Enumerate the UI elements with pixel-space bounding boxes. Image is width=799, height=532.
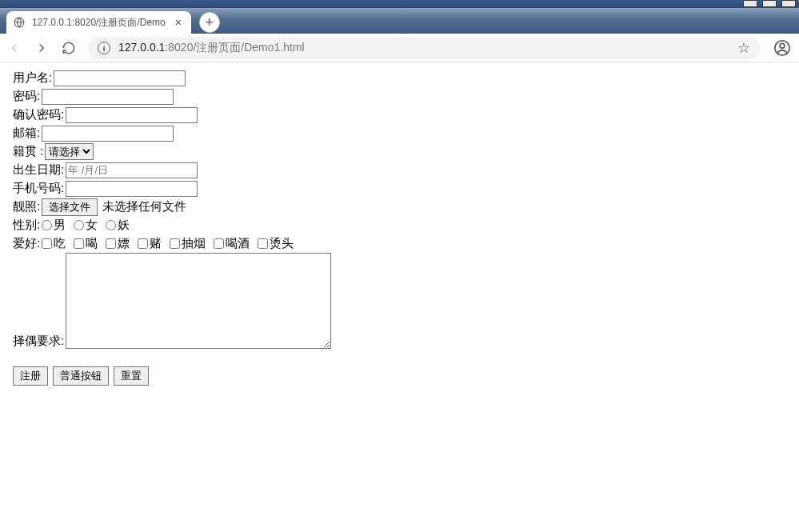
hobby-option-label: 喝 xyxy=(86,236,98,251)
hobby-checkbox[interactable] xyxy=(74,238,84,249)
hobby-option: 嫖 xyxy=(106,236,130,251)
window-maximize-button[interactable] xyxy=(762,0,777,7)
hobby-option-label: 赌 xyxy=(150,236,162,251)
address-bar[interactable]: i 127.0.0.1:8020/注册页面/Demo1.html ☆ xyxy=(88,37,761,59)
birth-label: 出生日期: xyxy=(13,162,64,178)
gender-option-label: 男 xyxy=(54,218,66,233)
phone-input[interactable] xyxy=(66,181,198,197)
password-input[interactable] xyxy=(42,89,174,105)
gender-option-label: 妖 xyxy=(118,218,130,233)
password-label: 密码: xyxy=(13,89,40,104)
svg-point-2 xyxy=(780,43,785,48)
tab-close-icon[interactable]: × xyxy=(172,16,185,29)
back-button[interactable] xyxy=(6,40,22,56)
forward-button[interactable] xyxy=(34,40,50,56)
hobby-option-label: 嫖 xyxy=(118,236,130,251)
hobby-option: 烫头 xyxy=(258,236,294,251)
hobby-option-label: 吃 xyxy=(54,236,66,251)
reset-button[interactable]: 重置 xyxy=(114,366,149,386)
file-status-text: 未选择任何文件 xyxy=(102,199,186,214)
origin-select[interactable]: 请选择 xyxy=(45,143,94,160)
normal-button[interactable]: 普通按钮 xyxy=(53,366,109,386)
hobby-checkbox[interactable] xyxy=(258,238,268,249)
gender-radio[interactable] xyxy=(74,220,84,230)
mate-label: 择偶要求: xyxy=(13,334,64,349)
reload-button[interactable] xyxy=(61,40,77,56)
gender-option: 女 xyxy=(74,218,98,233)
hobby-checkbox[interactable] xyxy=(106,238,116,249)
hobby-option-label: 烫头 xyxy=(270,236,294,251)
gender-option: 男 xyxy=(42,218,66,233)
confirm-password-label: 确认密码: xyxy=(13,107,64,122)
hobby-checkbox[interactable] xyxy=(170,238,180,249)
profile-icon[interactable] xyxy=(772,38,793,58)
hobby-option-label: 抽烟 xyxy=(182,236,206,251)
tab-title: 127.0.0.1:8020/注册页面/Demo xyxy=(32,16,166,30)
hobby-option-label: 喝酒 xyxy=(226,236,250,251)
origin-label: 籍贯 : xyxy=(13,144,43,159)
hobby-checkbox[interactable] xyxy=(138,238,148,249)
browser-toolbar: i 127.0.0.1:8020/注册页面/Demo1.html ☆ xyxy=(0,34,799,62)
globe-icon xyxy=(13,16,26,29)
photo-label: 靓照: xyxy=(13,199,40,214)
hobby-label: 爱好: xyxy=(13,236,40,251)
gender-label: 性别: xyxy=(13,218,40,233)
hobby-option: 喝酒 xyxy=(214,236,250,251)
username-label: 用户名: xyxy=(13,70,52,86)
url-text: 127.0.0.1:8020/注册页面/Demo1.html xyxy=(118,41,729,55)
email-label: 邮箱: xyxy=(13,126,40,141)
gender-radio[interactable] xyxy=(106,220,116,230)
gender-radio[interactable] xyxy=(42,220,52,230)
browser-tab-strip: 127.0.0.1:8020/注册页面/Demo × + xyxy=(0,8,799,34)
window-close-button[interactable] xyxy=(781,0,796,7)
page-content: 用户名: 密码: 确认密码: 邮箱: 籍贯 : 请选择 出生日期: 手机号码: … xyxy=(0,62,799,392)
hobby-checkbox[interactable] xyxy=(42,238,52,249)
gender-option-label: 女 xyxy=(86,218,98,233)
choose-file-button[interactable]: 选择文件 xyxy=(42,198,98,216)
browser-tab-active[interactable]: 127.0.0.1:8020/注册页面/Demo × xyxy=(6,11,191,34)
submit-button[interactable]: 注册 xyxy=(13,366,48,386)
hobby-row: 爱好: 吃喝嫖赌抽烟喝酒烫头 xyxy=(13,234,786,253)
window-titlebar xyxy=(0,0,799,8)
hobby-option: 赌 xyxy=(138,236,162,251)
window-minimize-button[interactable] xyxy=(743,0,757,7)
phone-label: 手机号码: xyxy=(13,181,64,196)
new-tab-button[interactable]: + xyxy=(199,12,220,33)
birth-date-input[interactable] xyxy=(66,162,198,178)
mate-requirements-textarea[interactable] xyxy=(66,253,331,349)
hobby-option: 吃 xyxy=(42,236,66,251)
bookmark-star-icon[interactable]: ☆ xyxy=(737,41,751,55)
email-input[interactable] xyxy=(42,126,174,142)
hobby-option: 抽烟 xyxy=(170,236,206,251)
site-info-icon[interactable]: i xyxy=(98,42,110,54)
gender-row: 性别: 男女妖 xyxy=(13,216,786,234)
confirm-password-input[interactable] xyxy=(66,107,198,123)
hobby-option: 喝 xyxy=(74,236,98,251)
gender-option: 妖 xyxy=(106,218,130,233)
hobby-checkbox[interactable] xyxy=(214,238,224,249)
username-input[interactable] xyxy=(54,70,186,86)
